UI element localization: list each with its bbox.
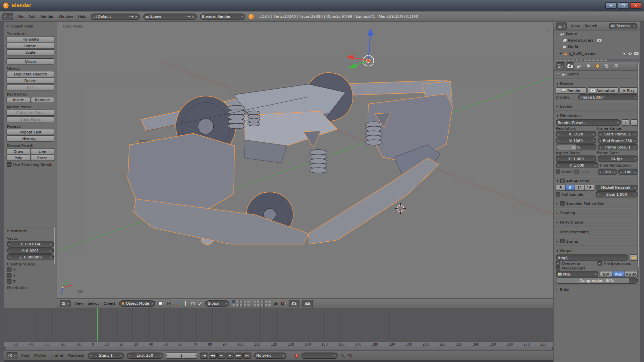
jump-start-button[interactable]: |◀ xyxy=(200,352,208,358)
bake-panel-title[interactable]: Bake xyxy=(560,288,569,292)
output-path-field[interactable]: /tmp\ xyxy=(556,254,629,260)
browse-folder-button[interactable] xyxy=(630,254,638,260)
window-titlebar[interactable]: Blender − □ × xyxy=(0,0,644,11)
grease-poly-button[interactable]: Poly xyxy=(7,155,30,161)
add-scene-icon[interactable]: + xyxy=(187,14,191,18)
editor-type-button[interactable]: ▾ xyxy=(60,300,71,307)
camera-restrict-icon[interactable] xyxy=(634,52,639,55)
end-frame-field[interactable]: ◂End Frame: 250▸ xyxy=(597,137,638,143)
performance-panel-title[interactable]: Performance xyxy=(560,220,584,224)
repeat-last-button[interactable]: Repeat Last xyxy=(7,129,54,135)
timeline-editor[interactable]: -50-40-30 -20-100 102030 405060 708090 1… xyxy=(4,308,553,360)
crop-checkbox[interactable] xyxy=(574,170,579,174)
vector-x-field[interactable]: ◂ X: 0.01034▸ xyxy=(7,241,54,247)
layer-buttons-left[interactable] xyxy=(232,300,250,307)
render-toggle-icon[interactable] xyxy=(597,39,601,42)
display-selector[interactable]: Image Editor▾ xyxy=(578,94,638,100)
editor-type-button[interactable]: ▾ xyxy=(556,22,567,29)
constraint-y-checkbox[interactable] xyxy=(7,274,11,278)
menu-render[interactable]: Render xyxy=(40,14,54,18)
stamp-panel-title[interactable]: Stamp xyxy=(566,239,578,243)
color-rgba-button[interactable]: RGBA xyxy=(625,271,638,277)
tab-modifiers[interactable] xyxy=(611,62,619,70)
calculate-paths-button[interactable]: Calculate Paths xyxy=(7,110,54,116)
clear-paths-button[interactable]: Clear Paths xyxy=(7,116,54,122)
rotate-button[interactable]: Rotate xyxy=(7,43,54,49)
editor-type-button[interactable]: i ▾ xyxy=(2,13,13,20)
aa-samples-11-button[interactable]: 11 xyxy=(575,185,585,191)
render-play-button[interactable]: Play xyxy=(620,87,638,94)
outliner-item-scene[interactable]: − Scene xyxy=(554,31,640,37)
collapse-icon[interactable]: − xyxy=(555,32,559,36)
menu-marker[interactable]: Marker xyxy=(34,353,48,357)
aspect-y-field[interactable]: ◂Y: 1.000▸ xyxy=(556,162,598,168)
render-button[interactable]: Render xyxy=(556,87,587,94)
pin-icon[interactable] xyxy=(557,72,560,76)
close-scene-icon[interactable]: × xyxy=(192,14,195,18)
viewport-3d[interactable]: User Persp (1) + ▾ View Select Object Ob… xyxy=(57,22,553,308)
remap-new-field[interactable]: ◂100▸ xyxy=(618,169,638,175)
aspect-x-field[interactable]: ◂X: 1.000▸ xyxy=(556,156,596,162)
keying-set-selector[interactable]: ▾ xyxy=(301,352,337,358)
compression-slider[interactable]: Compression: 90% xyxy=(556,278,638,284)
scale-button[interactable]: Scale xyxy=(7,49,54,55)
constraint-z-checkbox[interactable] xyxy=(7,279,11,284)
stamp-checkbox[interactable] xyxy=(560,239,565,243)
menu-search[interactable]: Search xyxy=(584,24,598,28)
layer-buttons-right[interactable] xyxy=(253,300,271,307)
pivot-point-selector[interactable]: ▾ xyxy=(167,301,173,305)
pointer-restrict-icon[interactable] xyxy=(623,52,627,55)
insert-keyframe-button[interactable]: Insert xyxy=(7,97,30,103)
grease-line-button[interactable]: Line xyxy=(31,148,54,154)
full-sample-checkbox[interactable] xyxy=(556,192,560,196)
duplicate-objects-button[interactable]: Duplicate Objects xyxy=(7,71,54,77)
end-frame-field[interactable]: ◂ End: 250▸ xyxy=(127,352,163,358)
menu-frame[interactable]: Frame xyxy=(51,353,64,357)
motion-blur-panel-title[interactable]: Sampled Motion Blur xyxy=(566,201,605,205)
placeholders-checkbox[interactable] xyxy=(556,266,560,270)
snap-magnet-icon[interactable]: ▾ xyxy=(281,301,286,306)
color-bw-button[interactable]: BW xyxy=(599,271,612,277)
color-rgb-button[interactable]: RGB xyxy=(612,271,625,277)
outliner-item-wagon[interactable]: + 1_0500_wagon xyxy=(554,50,640,57)
eye-restrict-icon[interactable] xyxy=(628,52,632,55)
lock-icon[interactable] xyxy=(274,301,278,305)
resolution-percentage-slider[interactable]: 50% xyxy=(556,144,596,150)
minimize-button[interactable]: − xyxy=(605,2,616,8)
collapse-triangle-icon[interactable]: ▼ xyxy=(7,24,9,27)
render-engine-selector[interactable]: Blender Render ▾ xyxy=(200,13,245,19)
remap-old-field[interactable]: ◂100▸ xyxy=(597,169,617,175)
sync-selector[interactable]: No Sync▾ xyxy=(254,352,286,358)
outliner-scrollbar[interactable] xyxy=(554,59,640,62)
manipulator-rotate-icon[interactable] xyxy=(191,301,195,305)
menu-view[interactable]: View xyxy=(570,24,581,28)
next-keyframe-button[interactable]: ▶▶ xyxy=(234,352,243,358)
motion-blur-checkbox[interactable] xyxy=(560,201,565,205)
menu-file[interactable]: File xyxy=(16,14,24,18)
start-frame-field[interactable]: ◂Start Frame: 1▸ xyxy=(597,131,638,137)
menu-window[interactable]: Window xyxy=(58,14,74,18)
timeline-scrollbar[interactable] xyxy=(4,347,553,350)
aa-samples-16-button[interactable]: 16 xyxy=(584,185,594,191)
origin-button[interactable]: Origin xyxy=(7,58,54,64)
outliner-item-renderlayers[interactable]: RenderLayers xyxy=(554,37,640,44)
frame-rate-selector[interactable]: 24 fps▾ xyxy=(597,156,638,162)
tab-render[interactable] xyxy=(566,62,574,70)
overwrite-checkbox[interactable]: ✓ xyxy=(556,261,560,265)
grease-draw-button[interactable]: Draw xyxy=(7,148,30,154)
timeline-ruler[interactable]: -50-40-30 -20-100 102030 405060 708090 1… xyxy=(4,342,553,347)
close-button[interactable]: × xyxy=(630,2,641,8)
grease-erase-button[interactable]: Erase xyxy=(31,155,54,161)
remove-keyframe-button[interactable]: Remove xyxy=(31,97,54,103)
record-button[interactable] xyxy=(295,354,299,357)
menu-view[interactable]: View xyxy=(20,353,31,357)
aa-size-field[interactable]: ◂Size: 1.000▸ xyxy=(595,191,638,197)
aa-samples-8-button[interactable]: 8 xyxy=(565,185,575,191)
border-checkbox[interactable] xyxy=(556,170,560,174)
resolution-y-field[interactable]: ◂Y: 1080▸ xyxy=(556,137,596,143)
frame-step-field[interactable]: ◂Frame Step: 1▸ xyxy=(597,144,638,150)
screen-layout-selector[interactable]: Default ▾ + × xyxy=(91,13,140,19)
render-animation-button[interactable]: Animation xyxy=(588,87,619,94)
orientation-selector[interactable]: Global▾ xyxy=(206,300,229,306)
maximize-button[interactable]: □ xyxy=(618,2,629,8)
